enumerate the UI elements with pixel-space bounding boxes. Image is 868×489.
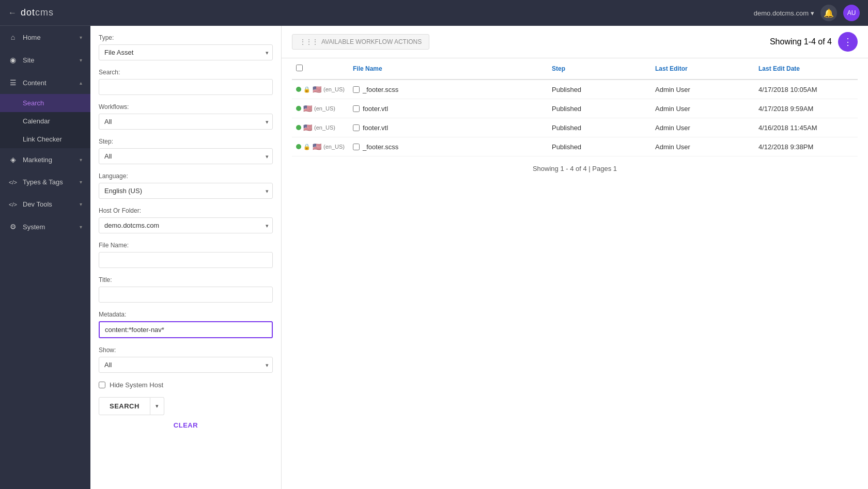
site-icon: ◉ xyxy=(8,56,18,64)
metadata-field: Metadata: xyxy=(99,311,273,338)
status-dot xyxy=(296,106,301,111)
row-checkbox[interactable] xyxy=(353,144,360,150)
lock-icon: 🔒 xyxy=(303,86,311,93)
metadata-input[interactable] xyxy=(99,321,273,338)
th-editor: Last Editor xyxy=(651,58,754,80)
td-step: Published xyxy=(548,118,651,137)
chevron-icon: ▾ xyxy=(80,201,82,207)
filename-link[interactable]: _footer.scss xyxy=(363,86,398,93)
hide-system-host-row: Hide System Host xyxy=(99,381,273,389)
sidebar-item-content[interactable]: ☰ Content ▴ xyxy=(0,71,90,94)
step-select[interactable]: All xyxy=(99,148,273,164)
lang-label: (en_US) xyxy=(323,86,345,92)
lock-icon: 🔒 xyxy=(303,144,311,150)
td-editor: Admin User xyxy=(651,99,754,118)
search-input[interactable] xyxy=(99,79,273,95)
fab-button[interactable]: ⋮ xyxy=(838,32,858,52)
td-status: 🇺🇸 (en_US) xyxy=(292,118,349,137)
sidebar-item-label: Dev Tools xyxy=(23,200,52,208)
hide-system-host-checkbox[interactable] xyxy=(99,382,105,388)
th-date: Last Edit Date xyxy=(754,58,858,80)
main-content: Type: File Asset ▾ Search: Workflows: Al… xyxy=(90,26,868,489)
content-toolbar: ⋮⋮⋮ AVAILABLE WORKFLOW ACTIONS Showing 1… xyxy=(282,26,868,58)
td-step: Published xyxy=(548,99,651,118)
results-table: File Name Step Last Editor Last Edit Dat… xyxy=(282,58,868,489)
td-filename: _footer.scss xyxy=(349,137,548,156)
table-row: 🔒 🇺🇸 (en_US) _footer.scss PublishedAdmin… xyxy=(292,137,858,156)
host-label: Host Or Folder: xyxy=(99,207,273,214)
sidebar-sub-label: Calendar xyxy=(23,117,50,125)
td-status: 🇺🇸 (en_US) xyxy=(292,99,349,118)
td-date: 4/16/2018 11:45AM xyxy=(754,118,858,137)
content-icon: ☰ xyxy=(8,78,18,87)
sidebar-item-marketing[interactable]: ◈ Marketing ▾ xyxy=(0,148,90,171)
search-field: Search: xyxy=(99,69,273,95)
domain-arrow-icon: ▾ xyxy=(811,9,814,17)
search-label: Search: xyxy=(99,69,273,76)
language-field: Language: English (US) ▾ xyxy=(99,172,273,199)
search-button[interactable]: SEARCH xyxy=(99,397,150,415)
th-checkbox xyxy=(292,58,349,80)
sidebar-item-label: Types & Tags xyxy=(23,178,63,186)
sidebar-item-site[interactable]: ◉ Site ▾ xyxy=(0,49,90,71)
date-sort-link[interactable]: Last Edit Date xyxy=(758,65,800,72)
lang-label: (en_US) xyxy=(323,144,345,150)
workflows-field: Workflows: All ▾ xyxy=(99,103,273,130)
workflow-btn-label: AVAILABLE WORKFLOW ACTIONS xyxy=(321,38,422,45)
host-select[interactable]: demo.dotcms.com xyxy=(99,217,273,233)
sidebar-sub-label: Search xyxy=(23,99,44,107)
lang-label: (en_US) xyxy=(314,105,335,112)
search-dropdown-button[interactable]: ▾ xyxy=(150,397,164,415)
sidebar-header: ← dotcms xyxy=(0,0,90,26)
back-button[interactable]: ← xyxy=(8,8,17,18)
chevron-icon: ▾ xyxy=(80,57,82,63)
notifications-button[interactable]: 🔔 xyxy=(820,5,837,21)
sidebar-item-types-tags[interactable]: </> Types & Tags ▾ xyxy=(0,171,90,193)
select-all-checkbox[interactable] xyxy=(296,65,303,71)
filename-link[interactable]: footer.vtl xyxy=(363,105,388,113)
sidebar-item-calendar[interactable]: Calendar xyxy=(0,112,90,130)
td-editor: Admin User xyxy=(651,80,754,99)
flag-icon: 🇺🇸 xyxy=(313,143,321,151)
clear-button[interactable]: CLEAR xyxy=(174,421,198,429)
sidebar-item-dev-tools[interactable]: </> Dev Tools ▾ xyxy=(0,193,90,215)
host-field: Host Or Folder: demo.dotcms.com ▾ xyxy=(99,207,273,233)
system-icon: ⚙ xyxy=(8,223,18,231)
td-step: Published xyxy=(548,80,651,99)
td-status: 🔒 🇺🇸 (en_US) xyxy=(292,137,349,156)
title-input[interactable] xyxy=(99,287,273,303)
content-area: ⋮⋮⋮ AVAILABLE WORKFLOW ACTIONS Showing 1… xyxy=(282,26,868,489)
filename-input[interactable] xyxy=(99,252,273,268)
workflows-select[interactable]: All xyxy=(99,114,273,130)
sidebar: ← dotcms ⌂ Home ▾ ◉ Site ▾ ☰ Content ▴ S… xyxy=(0,0,90,489)
chevron-icon: ▾ xyxy=(80,179,82,185)
filename-link[interactable]: footer.vtl xyxy=(363,124,388,132)
marketing-icon: ◈ xyxy=(8,155,18,164)
row-checkbox[interactable] xyxy=(353,86,360,93)
filename-sort-link[interactable]: File Name xyxy=(353,65,382,72)
status-dot xyxy=(296,125,301,130)
row-checkbox[interactable] xyxy=(353,105,360,112)
flag-icon: 🇺🇸 xyxy=(303,123,312,132)
filename-label: File Name: xyxy=(99,242,273,249)
sidebar-item-link-checker[interactable]: Link Checker xyxy=(0,130,90,148)
language-select[interactable]: English (US) xyxy=(99,183,273,199)
row-checkbox[interactable] xyxy=(353,124,360,131)
workflow-dots-icon: ⋮⋮⋮ xyxy=(300,38,318,45)
sidebar-item-search[interactable]: Search xyxy=(0,94,90,112)
step-sort-link[interactable]: Step xyxy=(552,65,565,72)
domain-selector[interactable]: demo.dotcms.com ▾ xyxy=(754,9,814,17)
user-avatar[interactable]: AU xyxy=(843,5,860,21)
filename-link[interactable]: _footer.scss xyxy=(363,143,398,151)
workflow-actions-button[interactable]: ⋮⋮⋮ AVAILABLE WORKFLOW ACTIONS xyxy=(292,34,429,50)
sidebar-item-label: System xyxy=(23,223,45,231)
editor-sort-link[interactable]: Last Editor xyxy=(655,65,688,72)
home-icon: ⌂ xyxy=(8,33,18,41)
show-label: Show: xyxy=(99,346,273,354)
sidebar-item-system[interactable]: ⚙ System ▾ xyxy=(0,215,90,238)
sidebar-item-home[interactable]: ⌂ Home ▾ xyxy=(0,26,90,49)
show-select[interactable]: All xyxy=(99,357,273,373)
title-field: Title: xyxy=(99,276,273,303)
language-label: Language: xyxy=(99,172,273,180)
type-select[interactable]: File Asset xyxy=(99,44,273,60)
